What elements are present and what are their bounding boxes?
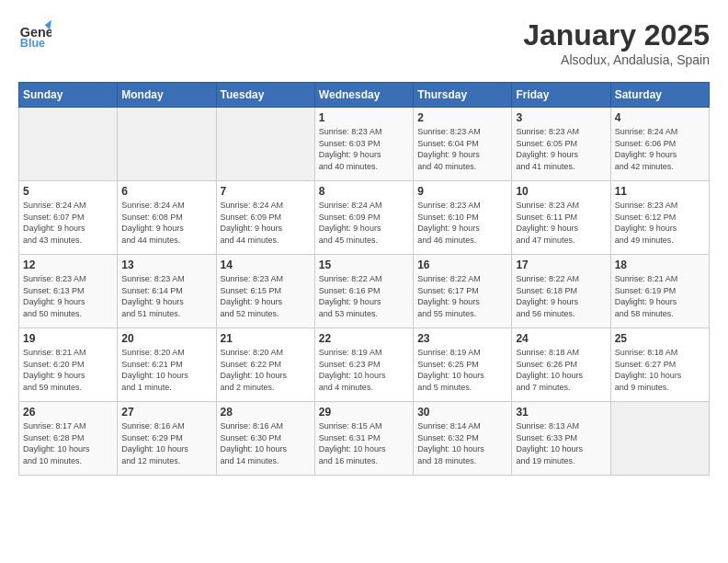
table-row: 16Sunrise: 8:22 AM Sunset: 6:17 PM Dayli…: [414, 255, 512, 328]
table-row: 8Sunrise: 8:24 AM Sunset: 6:09 PM Daylig…: [314, 181, 413, 255]
day-info: Sunrise: 8:21 AM Sunset: 6:19 PM Dayligh…: [615, 273, 705, 319]
day-number: 19: [23, 332, 113, 345]
day-number: 31: [516, 406, 606, 419]
day-info: Sunrise: 8:17 AM Sunset: 6:28 PM Dayligh…: [23, 420, 113, 466]
table-row: 18Sunrise: 8:21 AM Sunset: 6:19 PM Dayli…: [610, 255, 709, 328]
table-row: 25Sunrise: 8:18 AM Sunset: 6:27 PM Dayli…: [610, 328, 709, 402]
day-number: 17: [516, 259, 606, 271]
day-info: Sunrise: 8:18 AM Sunset: 6:27 PM Dayligh…: [615, 347, 705, 393]
calendar-title: January 2025: [523, 18, 710, 52]
day-number: 10: [516, 185, 606, 198]
day-number: 14: [221, 259, 311, 271]
header-wednesday: Wednesday: [314, 83, 413, 108]
table-row: 21Sunrise: 8:20 AM Sunset: 6:22 PM Dayli…: [216, 328, 314, 402]
day-info: Sunrise: 8:21 AM Sunset: 6:20 PM Dayligh…: [23, 347, 113, 393]
day-number: 9: [417, 185, 507, 198]
table-row: 2Sunrise: 8:23 AM Sunset: 6:04 PM Daylig…: [414, 108, 512, 181]
weekday-header-row: Sunday Monday Tuesday Wednesday Thursday…: [19, 83, 710, 108]
day-info: Sunrise: 8:16 AM Sunset: 6:29 PM Dayligh…: [121, 420, 211, 466]
calendar-table: Sunday Monday Tuesday Wednesday Thursday…: [18, 82, 710, 476]
day-info: Sunrise: 8:23 AM Sunset: 6:14 PM Dayligh…: [121, 273, 211, 319]
day-number: 18: [615, 259, 705, 271]
day-number: 22: [319, 332, 409, 345]
day-number: 6: [121, 185, 211, 198]
table-row: 20Sunrise: 8:20 AM Sunset: 6:21 PM Dayli…: [118, 328, 216, 402]
logo: General Blue: [18, 18, 51, 52]
table-row: [19, 108, 118, 181]
table-row: 5Sunrise: 8:24 AM Sunset: 6:07 PM Daylig…: [19, 181, 118, 255]
table-row: 10Sunrise: 8:23 AM Sunset: 6:11 PM Dayli…: [512, 181, 610, 255]
header: General Blue January 2025 Alsodux, Andal…: [18, 18, 710, 67]
day-info: Sunrise: 8:22 AM Sunset: 6:16 PM Dayligh…: [319, 273, 409, 319]
header-sunday: Sunday: [19, 83, 118, 108]
day-info: Sunrise: 8:16 AM Sunset: 6:30 PM Dayligh…: [221, 420, 311, 466]
day-info: Sunrise: 8:24 AM Sunset: 6:07 PM Dayligh…: [23, 200, 113, 246]
table-row: 9Sunrise: 8:23 AM Sunset: 6:10 PM Daylig…: [414, 181, 512, 255]
day-number: 29: [319, 406, 409, 419]
day-info: Sunrise: 8:24 AM Sunset: 6:09 PM Dayligh…: [319, 200, 409, 246]
table-row: 19Sunrise: 8:21 AM Sunset: 6:20 PM Dayli…: [19, 328, 118, 402]
day-info: Sunrise: 8:14 AM Sunset: 6:32 PM Dayligh…: [417, 420, 507, 466]
table-row: [118, 108, 216, 181]
day-number: 27: [121, 406, 211, 419]
day-number: 5: [23, 185, 113, 198]
logo-icon: General Blue: [18, 18, 51, 52]
calendar-week-row: 5Sunrise: 8:24 AM Sunset: 6:07 PM Daylig…: [19, 181, 710, 255]
day-info: Sunrise: 8:23 AM Sunset: 6:10 PM Dayligh…: [417, 200, 507, 246]
day-number: 30: [417, 406, 507, 419]
table-row: 15Sunrise: 8:22 AM Sunset: 6:16 PM Dayli…: [314, 255, 413, 328]
day-info: Sunrise: 8:20 AM Sunset: 6:21 PM Dayligh…: [121, 347, 211, 393]
day-info: Sunrise: 8:23 AM Sunset: 6:04 PM Dayligh…: [417, 126, 507, 172]
table-row: 27Sunrise: 8:16 AM Sunset: 6:29 PM Dayli…: [118, 402, 216, 476]
calendar-week-row: 26Sunrise: 8:17 AM Sunset: 6:28 PM Dayli…: [19, 402, 710, 476]
calendar-week-row: 12Sunrise: 8:23 AM Sunset: 6:13 PM Dayli…: [19, 255, 710, 328]
table-row: 4Sunrise: 8:24 AM Sunset: 6:06 PM Daylig…: [610, 108, 709, 181]
calendar-week-row: 19Sunrise: 8:21 AM Sunset: 6:20 PM Dayli…: [19, 328, 710, 402]
day-number: 12: [23, 259, 113, 271]
table-row: 1Sunrise: 8:23 AM Sunset: 6:03 PM Daylig…: [314, 108, 413, 181]
table-row: 6Sunrise: 8:24 AM Sunset: 6:08 PM Daylig…: [118, 181, 216, 255]
calendar-week-row: 1Sunrise: 8:23 AM Sunset: 6:03 PM Daylig…: [19, 108, 710, 181]
table-row: 30Sunrise: 8:14 AM Sunset: 6:32 PM Dayli…: [414, 402, 512, 476]
day-number: 23: [417, 332, 507, 345]
day-number: 8: [319, 185, 409, 198]
day-number: 13: [121, 259, 211, 271]
day-info: Sunrise: 8:23 AM Sunset: 6:12 PM Dayligh…: [615, 200, 705, 246]
day-info: Sunrise: 8:19 AM Sunset: 6:25 PM Dayligh…: [417, 347, 507, 393]
calendar-subtitle: Alsodux, Andalusia, Spain: [523, 52, 710, 67]
day-number: 25: [615, 332, 705, 345]
day-info: Sunrise: 8:23 AM Sunset: 6:15 PM Dayligh…: [221, 273, 311, 319]
day-info: Sunrise: 8:22 AM Sunset: 6:18 PM Dayligh…: [516, 273, 606, 319]
header-tuesday: Tuesday: [216, 83, 314, 108]
header-monday: Monday: [118, 83, 216, 108]
day-info: Sunrise: 8:24 AM Sunset: 6:09 PM Dayligh…: [221, 200, 311, 246]
table-row: 23Sunrise: 8:19 AM Sunset: 6:25 PM Dayli…: [414, 328, 512, 402]
day-info: Sunrise: 8:18 AM Sunset: 6:26 PM Dayligh…: [516, 347, 606, 393]
day-info: Sunrise: 8:23 AM Sunset: 6:11 PM Dayligh…: [516, 200, 606, 246]
day-info: Sunrise: 8:22 AM Sunset: 6:17 PM Dayligh…: [417, 273, 507, 319]
day-info: Sunrise: 8:23 AM Sunset: 6:03 PM Dayligh…: [319, 126, 409, 172]
table-row: 26Sunrise: 8:17 AM Sunset: 6:28 PM Dayli…: [19, 402, 118, 476]
table-row: 13Sunrise: 8:23 AM Sunset: 6:14 PM Dayli…: [118, 255, 216, 328]
table-row: 29Sunrise: 8:15 AM Sunset: 6:31 PM Dayli…: [314, 402, 413, 476]
day-number: 24: [516, 332, 606, 345]
day-number: 3: [516, 111, 606, 124]
day-info: Sunrise: 8:23 AM Sunset: 6:05 PM Dayligh…: [516, 126, 606, 172]
day-info: Sunrise: 8:24 AM Sunset: 6:06 PM Dayligh…: [615, 126, 705, 172]
title-area: January 2025 Alsodux, Andalusia, Spain: [523, 18, 710, 67]
table-row: 28Sunrise: 8:16 AM Sunset: 6:30 PM Dayli…: [216, 402, 314, 476]
header-saturday: Saturday: [610, 83, 709, 108]
day-info: Sunrise: 8:13 AM Sunset: 6:33 PM Dayligh…: [516, 420, 606, 466]
table-row: 22Sunrise: 8:19 AM Sunset: 6:23 PM Dayli…: [314, 328, 413, 402]
day-number: 7: [221, 185, 311, 198]
day-number: 26: [23, 406, 113, 419]
day-number: 28: [221, 406, 311, 419]
table-row: 17Sunrise: 8:22 AM Sunset: 6:18 PM Dayli…: [512, 255, 610, 328]
day-number: 15: [319, 259, 409, 271]
day-number: 2: [417, 111, 507, 124]
table-row: 14Sunrise: 8:23 AM Sunset: 6:15 PM Dayli…: [216, 255, 314, 328]
day-number: 4: [615, 111, 705, 124]
day-number: 21: [221, 332, 311, 345]
table-row: 3Sunrise: 8:23 AM Sunset: 6:05 PM Daylig…: [512, 108, 610, 181]
table-row: [216, 108, 314, 181]
